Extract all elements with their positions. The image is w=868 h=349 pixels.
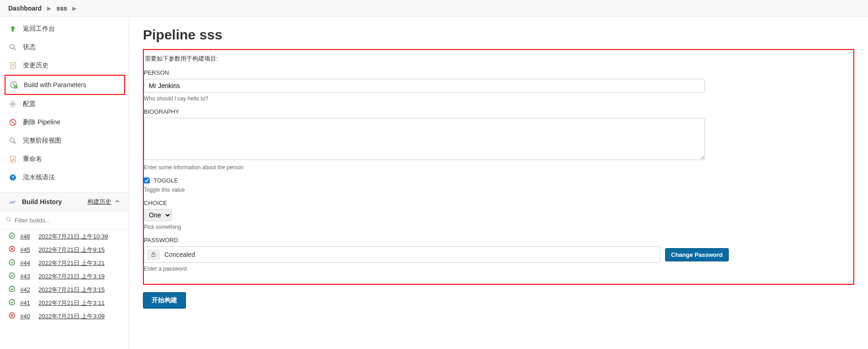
- check-circle-icon: [8, 299, 16, 307]
- choice-select[interactable]: One: [144, 209, 172, 221]
- sidebar-item-label: 返回工作台: [23, 25, 55, 33]
- build-number-link[interactable]: #46: [20, 233, 34, 240]
- build-row: #402022年7月21日 上午3:09: [0, 310, 129, 323]
- breadcrumb-dashboard[interactable]: Dashboard: [8, 5, 42, 12]
- sidebar-item-changes[interactable]: 变更历史: [0, 56, 129, 75]
- svg-line-12: [14, 142, 16, 144]
- chevron-up-icon: [114, 198, 120, 206]
- build-list: #462022年7月21日 上午10:39#452022年7月21日 上午9:1…: [0, 230, 129, 323]
- build-number-link[interactable]: #40: [20, 313, 34, 320]
- sidebar-item-build-with-parameters[interactable]: Build with Parameters: [5, 75, 125, 95]
- main-content: Pipeline sss 需要如下参数用于构建项目: PERSON Who sh…: [129, 17, 868, 349]
- param-label: PASSWORD: [144, 237, 853, 244]
- toggle-checkbox[interactable]: [144, 177, 150, 183]
- build-number-link[interactable]: #43: [20, 273, 34, 280]
- sidebar-item-label: 完整阶段视图: [23, 137, 61, 145]
- chevron-right-icon: ▶: [47, 6, 51, 11]
- sidebar-item-back[interactable]: 返回工作台: [0, 20, 129, 38]
- build-number-link[interactable]: #44: [20, 260, 34, 266]
- build-row: #452022年7月21日 上午9:15: [0, 243, 129, 256]
- build-history-trend-link[interactable]: 构建历史: [87, 198, 120, 206]
- build-row: #412022年7月21日 上午3:11: [0, 296, 129, 310]
- sidebar-item-label: 删除 Pipeline: [23, 118, 60, 127]
- param-choice: CHOICE One Pick something: [144, 199, 853, 230]
- build-history-title: Build History: [22, 198, 62, 205]
- build-filter-input[interactable]: [15, 215, 123, 226]
- build-row: #442022年7月21日 上午3:21: [0, 256, 129, 270]
- sidebar-item-label: 重命名: [23, 155, 42, 163]
- param-label: BIOGRAPHY: [144, 108, 853, 115]
- page-title: Pipeline sss: [143, 27, 854, 43]
- param-password: PASSWORD Concealed Change Password Enter…: [144, 237, 853, 272]
- password-concealed-text: Concealed: [164, 251, 195, 258]
- biography-textarea[interactable]: [144, 118, 705, 160]
- build-number-link[interactable]: #45: [20, 246, 34, 253]
- build-number-link[interactable]: #41: [20, 299, 34, 306]
- param-biography: BIOGRAPHY Enter some information about t…: [144, 108, 853, 171]
- sidebar-item-delete[interactable]: 删除 Pipeline: [0, 113, 129, 132]
- sidebar-item-label: Build with Parameters: [24, 81, 86, 89]
- sidebar-item-label: 状态: [23, 43, 36, 51]
- param-help: Enter some information about the person: [144, 164, 853, 171]
- x-circle-icon: [8, 245, 16, 254]
- build-time-link[interactable]: 2022年7月21日 上午3:15: [38, 286, 105, 294]
- search-icon: [5, 216, 12, 224]
- svg-line-1: [14, 48, 16, 50]
- build-time-link[interactable]: 2022年7月21日 上午10:39: [38, 233, 108, 241]
- param-label: PERSON: [144, 69, 853, 76]
- sidebar-item-label: 流水线语法: [23, 173, 55, 182]
- build-row: #422022年7月21日 上午3:15: [0, 283, 129, 296]
- svg-text:?: ?: [11, 175, 14, 180]
- build-number-link[interactable]: #42: [20, 286, 34, 293]
- build-button[interactable]: 开始构建: [143, 292, 186, 309]
- check-circle-icon: [8, 232, 16, 241]
- param-help: Enter a password: [144, 266, 853, 272]
- param-label: TOGGLE: [153, 177, 178, 184]
- sidebar-item-rename[interactable]: 重命名: [0, 150, 129, 168]
- password-display: Concealed: [144, 246, 661, 263]
- lock-icon: [147, 249, 160, 260]
- param-help: Toggle this value: [144, 187, 853, 193]
- check-circle-icon: [8, 259, 16, 267]
- svg-point-16: [6, 217, 10, 221]
- build-time-link[interactable]: 2022年7月21日 上午3:21: [38, 259, 105, 267]
- build-time-link[interactable]: 2022年7月21日 上午3:11: [38, 299, 105, 307]
- sidebar-item-status[interactable]: 状态: [0, 38, 129, 56]
- chevron-right-icon: ▶: [72, 6, 76, 11]
- param-help: Who should I say hello to?: [144, 95, 853, 102]
- change-password-button[interactable]: Change Password: [665, 248, 729, 261]
- gear-icon: [8, 100, 17, 109]
- help-icon: ?: [8, 173, 17, 182]
- breadcrumb-job[interactable]: sss: [56, 5, 67, 12]
- build-time-link[interactable]: 2022年7月21日 上午3:19: [38, 272, 105, 281]
- build-filter: [0, 211, 129, 230]
- build-history-header: Build History 构建历史: [0, 192, 129, 211]
- svg-line-10: [11, 121, 15, 125]
- x-circle-icon: [8, 312, 16, 321]
- sidebar-item-configure[interactable]: 配置: [0, 95, 129, 113]
- check-circle-icon: [8, 285, 16, 294]
- clock-play-icon: [9, 80, 18, 89]
- svg-point-20: [9, 260, 15, 265]
- svg-line-17: [10, 221, 11, 222]
- sidebar-item-label: 配置: [23, 100, 36, 108]
- svg-point-21: [9, 273, 15, 278]
- build-time-link[interactable]: 2022年7月21日 上午9:15: [38, 246, 105, 254]
- search-icon: [8, 43, 17, 52]
- trend-icon: [8, 197, 17, 206]
- param-label: CHOICE: [144, 199, 853, 206]
- svg-rect-25: [152, 254, 155, 256]
- up-arrow-icon: [8, 24, 17, 33]
- sidebar-item-label: 变更历史: [23, 61, 49, 70]
- sidebar-item-full-stage[interactable]: 完整阶段视图: [0, 132, 129, 150]
- sidebar-item-syntax[interactable]: ? 流水线语法: [0, 168, 129, 187]
- person-input[interactable]: [144, 79, 705, 93]
- param-person: PERSON Who should I say hello to?: [144, 69, 853, 102]
- svg-point-8: [12, 103, 14, 105]
- check-circle-icon: [8, 272, 16, 281]
- svg-point-0: [10, 44, 14, 49]
- build-time-link[interactable]: 2022年7月21日 上午3:09: [38, 312, 105, 321]
- params-intro: 需要如下参数用于构建项目:: [144, 55, 853, 63]
- breadcrumb: Dashboard ▶ sss ▶: [0, 0, 868, 17]
- svg-point-18: [9, 233, 15, 238]
